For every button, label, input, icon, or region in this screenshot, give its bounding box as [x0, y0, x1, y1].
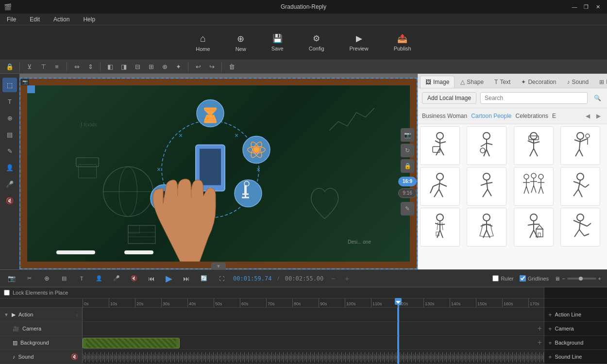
action-expand-arrow[interactable]: ▼ [4, 312, 9, 317]
lock-btn[interactable]: 🔒 [4, 61, 16, 73]
image-item-5[interactable] [420, 167, 460, 206]
tab-shape[interactable]: △ Shape [455, 76, 489, 88]
camera-btn[interactable]: 📷 [401, 128, 414, 142]
new-button[interactable]: ⊕ New [231, 31, 251, 55]
ruler-checkbox[interactable] [492, 275, 499, 281]
tr-camera[interactable]: + Camera [544, 322, 607, 336]
cat-next-button[interactable]: ▶ [593, 111, 603, 121]
image-item-12[interactable] [560, 208, 600, 247]
props-tool[interactable]: ▤ [2, 127, 17, 142]
cat-celebrations[interactable]: Celebrations [516, 113, 548, 119]
tr-action-line[interactable]: + Action Line [544, 308, 607, 322]
flip-v-btn[interactable]: ⇕ [84, 61, 96, 73]
image-item-7[interactable] [514, 167, 554, 206]
gridlines-checkbox[interactable] [520, 275, 526, 281]
tab-image[interactable]: 🖼 Image [420, 76, 455, 88]
ruler-toggle[interactable]: Ruler [492, 275, 513, 281]
image-item-9[interactable] [420, 208, 460, 247]
tab-sound[interactable]: ♪ Sound [562, 76, 593, 88]
image-item-11[interactable] [514, 208, 554, 247]
preview-button[interactable]: ▶ Preview [345, 31, 373, 54]
align-center-btn[interactable]: ≡ [51, 61, 63, 73]
zoom-slider[interactable] [567, 278, 596, 280]
search-icon[interactable]: 🔍 [591, 92, 603, 104]
rotate-btn[interactable]: ↻ [401, 144, 414, 157]
ungroup-btn[interactable]: ✦ [172, 61, 184, 73]
menu-file[interactable] [14, 6, 17, 8]
text-btn[interactable]: T [76, 273, 87, 284]
camera-plus-btn[interactable]: + [538, 324, 542, 333]
gridlines-toggle[interactable]: Gridlines [520, 275, 549, 281]
mic-tool[interactable]: 🎤 [2, 177, 17, 191]
add-local-image-button[interactable]: Add Local Image [422, 92, 476, 104]
loop-btn[interactable]: 🔄 [198, 273, 210, 284]
image-item-2[interactable] [467, 126, 506, 165]
config-button[interactable]: ⚙ Config [304, 31, 329, 54]
expand-handle[interactable]: ▼ [211, 263, 226, 269]
play-btn[interactable]: ▶ [163, 273, 175, 284]
home-button[interactable]: ⌂ Home [191, 30, 215, 55]
track-camera-content[interactable]: + [83, 322, 544, 335]
menu-action[interactable]: Action [51, 15, 72, 24]
background-block[interactable] [83, 338, 180, 348]
image-item-3[interactable] [514, 126, 554, 165]
align-right-btn[interactable]: ◨ [118, 61, 130, 73]
sound-mute-btn[interactable]: 🔇 [71, 353, 78, 360]
menu-help[interactable]: Help [80, 15, 98, 24]
dist-btn[interactable]: ⊞ [145, 61, 157, 73]
redo-btn[interactable]: ↪ [206, 61, 218, 73]
image-item-1[interactable] [420, 126, 460, 165]
undo-btn[interactable]: ↩ [192, 61, 204, 73]
rewind-btn[interactable]: ⏮ [146, 273, 157, 284]
fast-forward-btn[interactable]: ⏭ [181, 273, 192, 284]
zoom-minus[interactable]: − [562, 276, 565, 281]
close-button[interactable]: ✕ [592, 1, 603, 12]
menu-edit[interactable]: Edit [27, 15, 43, 24]
group-btn[interactable]: ⊕ [159, 61, 170, 73]
align-bottom-btn[interactable]: ⊻ [24, 61, 35, 73]
pen-btn[interactable]: ✎ [401, 202, 414, 215]
align-top-btn[interactable]: ⊤ [37, 61, 49, 73]
image-item-4[interactable] [560, 126, 600, 165]
ratio-16-9[interactable]: 16:9 [398, 177, 417, 186]
background-plus-btn[interactable]: + [538, 338, 542, 347]
action-sort-icon[interactable]: ↕ [76, 312, 78, 317]
tr-sound-line[interactable]: + Sound Line [544, 350, 607, 364]
lock-canvas-btn[interactable]: 🔒 [401, 159, 414, 173]
text-tool[interactable]: T [2, 94, 17, 109]
add-scene-btn[interactable]: ⊕ [41, 273, 52, 284]
zoom-plus[interactable]: + [598, 276, 601, 281]
delete-btn[interactable]: 🗑 [226, 61, 237, 73]
cut-btn[interactable]: ✂ [23, 273, 35, 284]
cat-extra[interactable]: E [552, 113, 556, 119]
canvas-area[interactable]: ∫ f(x)dx [19, 74, 418, 269]
fullscreen-btn[interactable]: ⛶ [216, 273, 227, 284]
cat-business-woman[interactable]: Business Woman [422, 113, 467, 119]
timeline-props-btn[interactable]: ▤ [58, 273, 70, 284]
character-tool[interactable]: 👤 [2, 160, 17, 175]
tab-decoration[interactable]: ✦ Decoration [516, 76, 561, 88]
image-item-10[interactable] [467, 208, 506, 247]
save-button[interactable]: 💾 Save [267, 31, 288, 54]
image-item-8[interactable] [560, 167, 600, 206]
person-btn[interactable]: 👤 [93, 273, 105, 284]
search-input[interactable] [480, 92, 588, 104]
mic-pb-btn[interactable]: 🎤 [111, 273, 122, 284]
track-action-content[interactable] [83, 308, 544, 321]
minimize-button[interactable]: — [569, 1, 580, 12]
tab-text[interactable]: T Text [489, 76, 515, 88]
mute-tool[interactable]: 🔇 [2, 193, 17, 208]
track-sound-content[interactable] [83, 350, 544, 364]
menu-file[interactable]: File [4, 15, 19, 24]
restore-button[interactable]: ❐ [581, 1, 591, 12]
tab-library[interactable]: ⊞ Library [594, 76, 607, 88]
edit-tool[interactable]: ✎ [2, 144, 17, 158]
align-mid-btn[interactable]: ⊟ [132, 61, 143, 73]
align-left-btn[interactable]: ◧ [104, 61, 116, 73]
cat-prev-button[interactable]: ◀ [583, 111, 592, 121]
select-tool[interactable]: ⬚ [2, 78, 17, 92]
flip-h-btn[interactable]: ⇔ [71, 61, 83, 73]
ratio-9-16[interactable]: 9:16 [398, 188, 417, 198]
mute-pb-btn[interactable]: 🔇 [128, 273, 140, 284]
image-item-6[interactable] [467, 167, 506, 206]
